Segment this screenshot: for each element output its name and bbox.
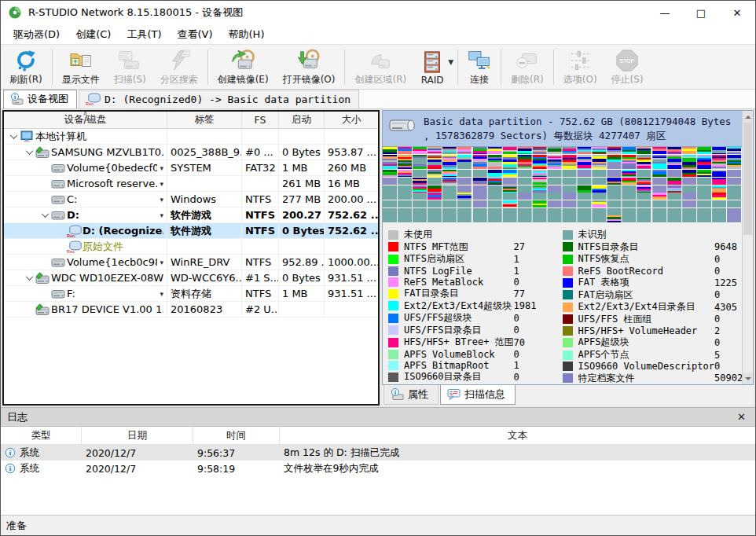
tab-device-view[interactable]: i设备视图 (3, 90, 77, 108)
tree-row[interactable]: WDC WD10EZEX-08W...WD-WCC6Y6...#1 S...0 … (4, 270, 378, 286)
legend-color-chip (563, 278, 573, 288)
tree-row[interactable]: D:▾软件游戏NTFS200.27 ...752.62 ... (4, 207, 378, 223)
toolbar-button-show-files[interactable]: 显示文件 (55, 46, 107, 88)
row-dropdown-icon[interactable]: ▾ (157, 180, 163, 188)
tree-row[interactable]: SAMSUNG MZVLB1T0...0025_388B_9...#0 ...0… (4, 145, 378, 160)
tree-row[interactable]: C:▾WindowsNTFS277 MB200.00 ... (4, 192, 378, 207)
close-button[interactable]: ✕ (719, 1, 755, 24)
log-column-header-3[interactable]: 文本 (280, 427, 755, 444)
menu-item-v[interactable]: 查看(V) (169, 25, 220, 44)
menu-item-c[interactable]: 创建(C) (68, 25, 119, 44)
tree-row[interactable]: 本地计算机 (4, 129, 378, 145)
legend-count: 1 (514, 360, 563, 371)
log-cell-text: 文件枚举在9秒内完成 (280, 461, 755, 476)
device-name: Volume{1ecb0c98-.. (67, 256, 157, 268)
toolbar-button-raid[interactable]: RAID (413, 46, 451, 88)
svg-text:Rec.: Rec. (67, 233, 76, 237)
tree-cell-fs (242, 239, 279, 254)
row-dropdown-icon[interactable]: ▾ (157, 164, 163, 172)
tree-column-header-4[interactable]: 大小 (325, 112, 378, 128)
row-dropdown-icon[interactable]: ▾ (157, 290, 163, 298)
tree-cell-label (167, 129, 242, 144)
tree-row[interactable]: F:▾资料存储NTFS1 MB931.51 ... (4, 286, 378, 302)
row-dropdown-icon[interactable]: ▾ (157, 196, 163, 204)
tree-cell-start: 0 Bytes (279, 270, 325, 285)
legend-count: 1225 (714, 277, 742, 288)
legend-count: 0 (714, 254, 742, 265)
tree-cell-name: WDC WD10EZEX-08W... (4, 270, 167, 285)
tree-cell-fs: #0 ... (242, 145, 279, 160)
expander-icon[interactable] (39, 212, 51, 218)
log-row[interactable]: i系统2020/12/79:58:19文件枚举在9秒内完成 (1, 461, 755, 476)
toolbar-button-label: 选项(O) (563, 73, 597, 86)
tree-cell-start (279, 129, 325, 144)
legend-count: 27 (514, 241, 563, 252)
toolbar-button-connect[interactable]: 连接 (461, 46, 498, 88)
tree-row[interactable]: Volume{0bedecf0-..▾SYSTEMFAT321 MB260 MB (4, 160, 378, 176)
log-close-icon[interactable]: ✕ (734, 411, 749, 423)
legend-color-chip (563, 230, 573, 240)
tree-cell-fs: NTFS (242, 223, 279, 238)
toolbar-button-create-region: 创建区域(R) (347, 46, 413, 88)
tree-column-header-2[interactable]: FS (242, 112, 279, 128)
scan-blocks-canvas[interactable] (383, 147, 742, 223)
tree-column-header-1[interactable]: 标签 (167, 112, 242, 128)
tree-cell-size: 16 MB (325, 176, 378, 191)
log-column-header-1[interactable]: 日期 (82, 427, 193, 444)
legend-color-chip (388, 350, 398, 359)
partition-icon (51, 256, 67, 269)
scan-panel-scrollbar[interactable] (742, 111, 753, 384)
tab-scan-information[interactable]: 扫描信息 (440, 385, 516, 405)
menu-item-t[interactable]: 工具(T) (119, 25, 169, 44)
log-column-header-2[interactable]: 时间 (193, 427, 280, 444)
tab-properties[interactable]: i属性 (384, 385, 439, 405)
menu-item-d[interactable]: 驱动器(D) (6, 25, 68, 44)
tab-scanned-partition[interactable]: Rec.D: (Recognized0) -> Basic data parti… (79, 90, 359, 108)
minimize-button[interactable]: — (647, 1, 683, 24)
tree-row[interactable]: Rec.原始文件 (4, 239, 378, 255)
toolbar-button-refresh[interactable]: 刷新(R) (2, 46, 50, 88)
row-dropdown-icon[interactable]: ▾ (157, 259, 163, 266)
log-title: 日志 (7, 410, 28, 424)
log-info-icon: i (5, 447, 16, 458)
tree-cell-fs: FAT32 (242, 160, 279, 175)
scrollbar-down-icon[interactable] (743, 373, 753, 384)
tree-row[interactable]: Rec.D: (Recognize...软件游戏NTFS0 Bytes752.6… (4, 223, 378, 239)
scan-icon (118, 48, 141, 73)
expander-icon[interactable] (7, 134, 20, 139)
log-column-label: 日期 (127, 429, 147, 442)
tree-cell-start: 200.27 ... (279, 207, 325, 222)
tree-row[interactable]: Microsoft reserve..▾261 MB16 MB (4, 176, 378, 192)
scrollbar-up-icon[interactable] (743, 111, 753, 123)
legend-count: 70 (514, 337, 563, 348)
maximize-button[interactable]: □ (683, 1, 719, 24)
expander-icon[interactable] (23, 149, 35, 155)
toolbar-separator (501, 50, 501, 85)
legend-item: 未识别 (563, 229, 742, 241)
log-cell-date: 2020/12/7 (82, 461, 193, 476)
tree-cell-size: 200.00 ... (325, 192, 378, 207)
row-dropdown-icon[interactable]: ▾ (157, 211, 163, 219)
toolbar-button-open-image[interactable]: 打开镜像(O) (276, 46, 343, 88)
tree-row[interactable]: Volume{1ecb0c98-..▾WinRE_DRVNTFS952.89 .… (4, 255, 378, 270)
tree-cell-start (279, 302, 325, 317)
toolbar-button-create-image[interactable]: 创建镜像(E) (211, 46, 276, 88)
log-column-header-0[interactable]: 类型 (1, 427, 82, 444)
svg-text:Rec.: Rec. (86, 101, 94, 106)
tree-column-header-3[interactable]: 启动 (279, 112, 325, 128)
toolbar-separator (52, 50, 53, 85)
log-cell-type: i系统 (1, 445, 82, 461)
scrollbar-track[interactable] (743, 123, 753, 373)
refresh-icon (14, 48, 38, 73)
log-row[interactable]: i系统2020/12/79:56:378m 12s 的 D: 扫描已完成 (1, 445, 755, 461)
tree-cell-fs: #2 U... (242, 302, 279, 317)
tree-row[interactable]: BR17 DEVICE V1.00 1....20160823#2 U... (4, 302, 378, 318)
menu-item-h[interactable]: 帮助(H) (221, 25, 273, 44)
scrollbar-thumb[interactable] (743, 123, 752, 235)
tree-column-header-0[interactable]: ∧设备/磁盘 (4, 112, 167, 128)
toolbar-dropdown-icon[interactable]: ▼ (448, 58, 453, 66)
legend-label: NTFS恢复点 (578, 252, 629, 266)
tree-cell-size (325, 129, 378, 144)
legend-item: Ext2/Ext3/Ext4目录条目4305 (563, 301, 742, 314)
expander-icon[interactable] (23, 275, 35, 281)
